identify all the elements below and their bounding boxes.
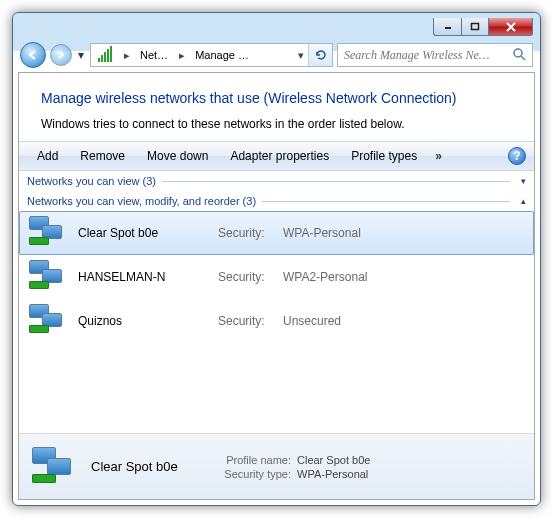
profile-name-value: Clear Spot b0e — [297, 454, 370, 466]
help-icon[interactable]: ? — [508, 147, 526, 165]
page-title: Manage wireless networks that use (Wirel… — [41, 89, 512, 107]
svg-point-2 — [514, 49, 522, 57]
close-button[interactable] — [489, 18, 533, 36]
group-networks-modify[interactable]: Networks you can view, modify, and reord… — [19, 191, 534, 211]
search-input[interactable] — [342, 47, 512, 64]
chevron-right-icon[interactable]: ▸ — [175, 44, 189, 66]
security-label: Security: — [218, 226, 273, 240]
window-frame: ▾ ▸ Net… ▸ Manage … ▾ Manage wireless ne… — [12, 12, 541, 506]
breadcrumb-network[interactable]: Net… — [134, 44, 175, 66]
divider — [162, 181, 510, 182]
group-modify-label: Networks you can view, modify, and reord… — [27, 195, 256, 207]
signal-icon — [91, 44, 120, 66]
chevron-down-icon: ▾ — [516, 176, 526, 186]
nav-bar: ▾ ▸ Net… ▸ Manage … ▾ — [18, 42, 535, 72]
adapter-properties-button[interactable]: Adapter properties — [220, 146, 339, 166]
divider — [262, 201, 510, 202]
back-button[interactable] — [20, 42, 46, 68]
add-button[interactable]: Add — [27, 146, 68, 166]
details-name: Clear Spot b0e — [91, 459, 201, 474]
toolbar: Add Remove Move down Adapter properties … — [19, 141, 534, 171]
details-kv: Profile name: Clear Spot b0e Security ty… — [215, 454, 370, 480]
group-networks-view[interactable]: Networks you can view (3) ▾ — [19, 171, 534, 191]
network-icon — [28, 259, 68, 295]
breadcrumb-manage[interactable]: Manage … — [189, 44, 256, 66]
header-area: Manage wireless networks that use (Wirel… — [19, 73, 534, 141]
network-item[interactable]: Quiznos Security: Unsecured — [19, 299, 534, 343]
security-type-label: Security type: — [215, 468, 297, 480]
security-label: Security: — [218, 270, 273, 284]
profile-name-label: Profile name: — [215, 454, 297, 466]
network-icon — [31, 446, 77, 488]
profile-types-button[interactable]: Profile types — [341, 146, 427, 166]
titlebar — [18, 18, 535, 42]
search-box[interactable] — [337, 43, 533, 67]
network-name: HANSELMAN-N — [78, 270, 208, 284]
page-subtitle: Windows tries to connect to these networ… — [41, 117, 512, 131]
network-item[interactable]: HANSELMAN-N Security: WPA2-Personal — [19, 255, 534, 299]
refresh-button[interactable] — [308, 44, 332, 66]
chevron-right-icon[interactable]: ▸ — [120, 44, 134, 66]
search-icon[interactable] — [512, 47, 528, 64]
toolbar-overflow[interactable]: » — [429, 146, 448, 166]
minimize-button[interactable] — [433, 18, 461, 36]
security-label: Security: — [218, 314, 273, 328]
content-pane: Manage wireless networks that use (Wirel… — [18, 72, 535, 500]
chevron-up-icon: ▴ — [516, 196, 526, 206]
address-bar[interactable]: ▸ Net… ▸ Manage … ▾ — [90, 43, 333, 67]
security-type-value: WPA-Personal — [297, 468, 368, 480]
network-item[interactable]: Clear Spot b0e Security: WPA-Personal — [19, 211, 534, 255]
network-list: Clear Spot b0e Security: WPA-Personal HA… — [19, 211, 534, 433]
remove-button[interactable]: Remove — [70, 146, 135, 166]
details-pane: Clear Spot b0e Profile name: Clear Spot … — [19, 433, 534, 499]
security-value: WPA2-Personal — [283, 270, 367, 284]
maximize-button[interactable] — [461, 18, 489, 36]
group-view-label: Networks you can view (3) — [27, 175, 156, 187]
security-value: WPA-Personal — [283, 226, 361, 240]
svg-rect-1 — [472, 23, 479, 29]
forward-button[interactable] — [50, 44, 72, 66]
nav-history-dropdown[interactable]: ▾ — [76, 48, 86, 62]
address-dropdown[interactable]: ▾ — [294, 44, 308, 66]
network-icon — [28, 303, 68, 339]
network-name: Clear Spot b0e — [78, 226, 208, 240]
security-value: Unsecured — [283, 314, 341, 328]
network-icon — [28, 215, 68, 251]
move-down-button[interactable]: Move down — [137, 146, 218, 166]
network-name: Quiznos — [78, 314, 208, 328]
svg-line-3 — [521, 56, 525, 60]
